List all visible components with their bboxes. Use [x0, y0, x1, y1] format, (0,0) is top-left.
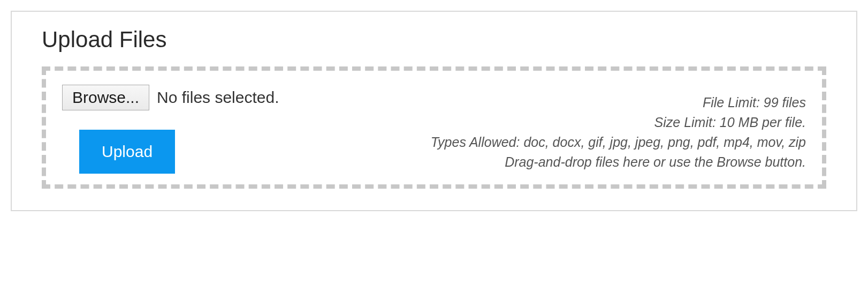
browse-button[interactable]: Browse...	[62, 85, 149, 110]
hint-drag-drop: Drag-and-drop files here or use the Brow…	[175, 153, 806, 172]
dropzone[interactable]: Browse... No files selected. Upload File…	[42, 66, 826, 189]
panel-title: Upload Files	[42, 27, 826, 53]
hint-types-allowed: Types Allowed: doc, docx, gif, jpg, jpeg…	[175, 133, 806, 152]
upload-hints: File Limit: 99 files Size Limit: 10 MB p…	[175, 93, 806, 174]
hint-size-limit: Size Limit: 10 MB per file.	[175, 113, 806, 132]
upload-panel: Upload Files Browse... No files selected…	[11, 11, 857, 211]
upload-button[interactable]: Upload	[79, 130, 175, 174]
hint-file-limit: File Limit: 99 files	[175, 93, 806, 112]
